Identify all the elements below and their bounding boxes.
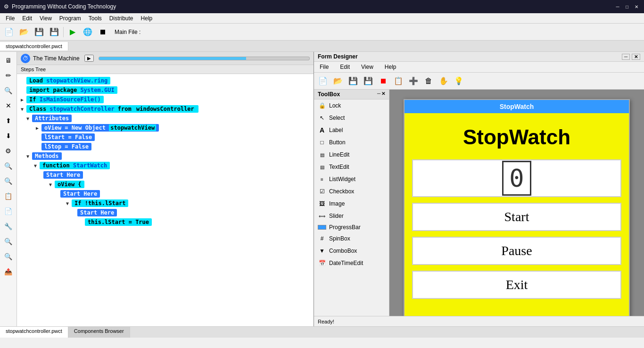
toolbar-run[interactable]: ▶: [66, 25, 80, 39]
bottom-tab-file[interactable]: stopwatchcontroller.pwct: [0, 327, 68, 338]
fd-menu-help[interactable]: Help: [381, 63, 400, 71]
code-node-import[interactable]: import package System.GUI: [26, 86, 117, 94]
toolbox-lineedit[interactable]: ▤ LineEdit: [314, 149, 389, 161]
code-node-class[interactable]: Class stopwatchController from windowsCo…: [26, 105, 198, 113]
code-node-oview[interactable]: oView = New Object stopwatchView: [41, 124, 159, 132]
code-node-oviewbrace[interactable]: oView {: [55, 181, 84, 188]
toolbar-stop[interactable]: ⏹: [96, 25, 110, 39]
toolbox-checkbox[interactable]: ☑ Checkbox: [314, 185, 389, 198]
code-node-starthere3[interactable]: Start Here: [77, 209, 117, 216]
toolbox-button[interactable]: □ Button: [314, 136, 389, 149]
code-node-if[interactable]: If IsMainSourceFile(): [26, 96, 104, 103]
fd-toolbar-hand[interactable]: ✋: [437, 75, 451, 88]
code-node-lstart[interactable]: lStart = False: [41, 133, 95, 141]
fd-toolbar-new[interactable]: 📄: [316, 75, 330, 88]
toolbox-datetimeedit[interactable]: 📅 DateTimeEdit: [314, 257, 389, 269]
sidebar-icon-search2[interactable]: 🔍: [2, 250, 15, 263]
fd-toolbar-open[interactable]: 📂: [331, 75, 345, 88]
toolbar-open[interactable]: 📂: [17, 25, 31, 39]
sidebar-icon-up[interactable]: ⬆: [2, 114, 15, 127]
arrow-14[interactable]: ▼: [66, 201, 72, 206]
title-bar-controls: ─ □ ✕: [614, 3, 640, 10]
code-node-setlstart[interactable]: this.lStart = True: [85, 218, 152, 226]
menu-distribute[interactable]: Distribute: [106, 14, 137, 23]
toolbox-select[interactable]: ↖ Select: [314, 112, 389, 124]
form-designer-close[interactable]: ✕: [632, 54, 640, 60]
close-button[interactable]: ✕: [633, 3, 640, 10]
editor-tab-file[interactable]: stopwatchcontroller.pwct: [0, 42, 68, 50]
sidebar-icon-gear[interactable]: ⚙: [2, 144, 15, 157]
fd-toolbar-delete[interactable]: 🗑: [421, 75, 436, 88]
toolbox-listwidget[interactable]: ≡ ListWidget: [314, 173, 389, 185]
fd-toolbar-stop[interactable]: ⏹: [376, 75, 390, 88]
toolbar-save2[interactable]: 💾: [47, 25, 61, 39]
fd-menu-edit[interactable]: Edit: [336, 63, 354, 71]
sidebar-icon-down[interactable]: ⬇: [2, 129, 15, 142]
toolbox-close[interactable]: ✕: [381, 91, 385, 98]
fd-toolbar-add[interactable]: ➕: [406, 75, 421, 88]
arrow-12[interactable]: ▼: [49, 182, 55, 187]
menu-edit[interactable]: Edit: [18, 14, 36, 23]
arrow-10[interactable]: ▼: [34, 163, 40, 168]
minimize-button[interactable]: ─: [614, 3, 621, 10]
toolbar-new[interactable]: 📄: [2, 25, 16, 39]
menu-file[interactable]: File: [2, 14, 18, 23]
toolbox-progressbar[interactable]: ProgressBar: [314, 222, 389, 232]
bottom-tab-components[interactable]: Components Browser: [68, 327, 130, 338]
toolbox-slider[interactable]: ⟺ Slider: [314, 210, 389, 222]
code-node-attributes[interactable]: Attributes: [32, 115, 72, 122]
menu-help[interactable]: Help: [137, 14, 157, 23]
fd-menu-view[interactable]: View: [357, 63, 377, 71]
fd-toolbar-copy[interactable]: 📋: [391, 75, 405, 88]
arrow-6[interactable]: ▶: [36, 125, 41, 131]
sidebar-icon-zoom-out[interactable]: 🔍: [2, 174, 15, 188]
menu-view[interactable]: View: [36, 14, 56, 23]
sidebar-icon-zoom-in[interactable]: 🔍: [2, 159, 15, 173]
time-machine-play[interactable]: ▶: [84, 55, 94, 62]
stopwatch-exit-btn[interactable]: Exit: [412, 271, 621, 299]
toolbox-label[interactable]: A Label: [314, 124, 389, 136]
toolbox-lock-label: Lock: [329, 102, 341, 109]
fd-toolbar-light[interactable]: 💡: [452, 75, 466, 88]
code-node-load[interactable]: Load stopwatchView.ring: [26, 77, 110, 84]
code-node-starthere1[interactable]: Start Here: [43, 171, 83, 179]
toolbox-combobox[interactable]: ▼ ComboBox: [314, 245, 389, 257]
sidebar-icon-export[interactable]: 📤: [2, 265, 15, 278]
sidebar-icon-find[interactable]: 🔍: [2, 235, 15, 248]
stopwatch-pause-btn[interactable]: Pause: [412, 237, 621, 265]
code-node-func[interactable]: function StartWatch: [40, 162, 110, 169]
code-node-if2[interactable]: If !this.lStart: [72, 199, 128, 207]
arrow-9[interactable]: ▼: [26, 154, 32, 159]
toolbox-image[interactable]: 🖼 Image: [314, 198, 389, 210]
menu-tools[interactable]: Tools: [85, 14, 106, 23]
code-node-methods[interactable]: Methods: [32, 152, 62, 160]
code-node-starthere2[interactable]: Start Here: [60, 190, 100, 198]
tree-line-5: ▼ Attributes: [17, 114, 312, 123]
maximize-button[interactable]: □: [623, 3, 631, 10]
toolbox-min[interactable]: ─: [377, 91, 380, 98]
sidebar-icon-tool[interactable]: 🔧: [2, 220, 15, 233]
arrow-3[interactable]: ▶: [21, 97, 26, 102]
fd-toolbar-save2[interactable]: 💾: [361, 75, 375, 88]
toolbar-save1[interactable]: 💾: [32, 25, 46, 39]
sidebar-icon-search[interactable]: 🔍: [2, 84, 15, 97]
toolbox-textedit[interactable]: ▤ TextEdit: [314, 161, 389, 173]
fd-menu-file[interactable]: File: [316, 63, 332, 71]
arrow-5[interactable]: ▼: [26, 116, 32, 121]
code-tree[interactable]: Load stopwatchView.ring import package S…: [17, 74, 314, 326]
code-node-lstop[interactable]: lStop = False: [41, 143, 91, 150]
fd-toolbar-save[interactable]: 💾: [346, 75, 360, 88]
sidebar-icon-edit[interactable]: ✏: [2, 69, 15, 82]
stopwatch-start-btn[interactable]: Start: [412, 203, 621, 231]
sidebar-icon-doc[interactable]: 📄: [2, 205, 15, 218]
menu-program[interactable]: Program: [56, 14, 85, 23]
toolbox-select-label: Select: [329, 115, 345, 121]
arrow-4[interactable]: ▼: [21, 107, 26, 112]
toolbar-web[interactable]: 🌐: [81, 25, 95, 39]
sidebar-icon-screen[interactable]: 🖥: [2, 54, 15, 67]
form-designer-min[interactable]: ─: [622, 54, 630, 60]
sidebar-icon-close[interactable]: ✕: [2, 99, 15, 112]
sidebar-icon-clipboard[interactable]: 📋: [2, 190, 15, 203]
toolbox-spinbox[interactable]: # SpinBox: [314, 232, 389, 245]
toolbox-lock[interactable]: 🔒 Lock: [314, 99, 389, 112]
